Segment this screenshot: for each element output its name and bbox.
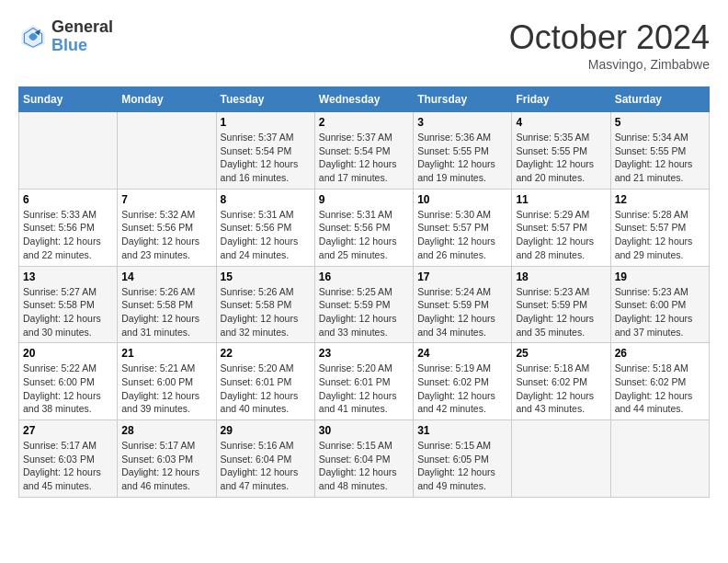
day-number: 16	[319, 270, 409, 283]
day-info: Sunrise: 5:18 AMSunset: 6:02 PMDaylight:…	[615, 362, 705, 416]
day-number: 8	[221, 193, 311, 206]
day-number: 9	[319, 193, 409, 206]
calendar-cell: 8Sunrise: 5:31 AMSunset: 5:56 PMDaylight…	[216, 189, 314, 266]
day-number: 14	[121, 270, 211, 283]
calendar-cell: 14Sunrise: 5:26 AMSunset: 5:58 PMDayligh…	[118, 266, 216, 343]
logo-line1: General	[51, 18, 113, 37]
title-block: October 2024 Masvingo, Zimbabwe	[509, 18, 710, 72]
day-info: Sunrise: 5:20 AMSunset: 6:01 PMDaylight:…	[319, 362, 409, 416]
header-day-wednesday: Wednesday	[314, 87, 413, 112]
calendar-cell	[19, 112, 118, 190]
calendar-cell: 10Sunrise: 5:30 AMSunset: 5:57 PMDayligh…	[414, 189, 512, 266]
calendar-cell: 27Sunrise: 5:17 AMSunset: 6:03 PMDayligh…	[19, 420, 118, 498]
calendar-cell: 18Sunrise: 5:23 AMSunset: 5:59 PMDayligh…	[512, 266, 610, 343]
calendar-cell: 5Sunrise: 5:34 AMSunset: 5:55 PMDaylight…	[610, 112, 709, 190]
calendar-cell: 25Sunrise: 5:18 AMSunset: 6:02 PMDayligh…	[512, 343, 610, 420]
day-number: 26	[615, 347, 705, 360]
calendar-cell	[610, 420, 709, 498]
day-number: 11	[516, 193, 606, 206]
day-info: Sunrise: 5:15 AMSunset: 6:05 PMDaylight:…	[417, 439, 507, 493]
calendar-cell: 6Sunrise: 5:33 AMSunset: 5:56 PMDaylight…	[19, 189, 118, 266]
day-info: Sunrise: 5:37 AMSunset: 5:54 PMDaylight:…	[319, 131, 409, 185]
day-info: Sunrise: 5:17 AMSunset: 6:03 PMDaylight:…	[121, 439, 211, 493]
header-day-thursday: Thursday	[414, 87, 512, 112]
calendar-cell: 9Sunrise: 5:31 AMSunset: 5:56 PMDaylight…	[314, 189, 413, 266]
day-info: Sunrise: 5:27 AMSunset: 5:58 PMDaylight:…	[23, 285, 113, 339]
day-info: Sunrise: 5:35 AMSunset: 5:55 PMDaylight:…	[516, 131, 606, 185]
calendar-cell: 17Sunrise: 5:24 AMSunset: 5:59 PMDayligh…	[414, 266, 512, 343]
calendar-cell: 16Sunrise: 5:25 AMSunset: 5:59 PMDayligh…	[314, 266, 413, 343]
day-number: 18	[516, 270, 606, 283]
day-number: 1	[221, 116, 311, 129]
calendar-cell	[118, 112, 216, 190]
calendar-cell: 22Sunrise: 5:20 AMSunset: 6:01 PMDayligh…	[216, 343, 314, 420]
day-number: 4	[516, 116, 606, 129]
logo-text: General Blue	[51, 18, 113, 55]
calendar-cell: 28Sunrise: 5:17 AMSunset: 6:03 PMDayligh…	[118, 420, 216, 498]
calendar-cell: 31Sunrise: 5:15 AMSunset: 6:05 PMDayligh…	[414, 420, 512, 498]
month-title: October 2024	[509, 18, 710, 57]
day-info: Sunrise: 5:21 AMSunset: 6:00 PMDaylight:…	[121, 362, 211, 416]
day-number: 13	[23, 270, 113, 283]
day-info: Sunrise: 5:18 AMSunset: 6:02 PMDaylight:…	[516, 362, 606, 416]
day-info: Sunrise: 5:15 AMSunset: 6:04 PMDaylight:…	[319, 439, 409, 493]
day-number: 28	[121, 424, 211, 437]
day-info: Sunrise: 5:23 AMSunset: 6:00 PMDaylight:…	[615, 285, 705, 339]
day-number: 25	[516, 347, 606, 360]
day-number: 17	[417, 270, 507, 283]
day-info: Sunrise: 5:23 AMSunset: 5:59 PMDaylight:…	[516, 285, 606, 339]
header-day-saturday: Saturday	[610, 87, 709, 112]
calendar-cell: 4Sunrise: 5:35 AMSunset: 5:55 PMDaylight…	[512, 112, 610, 190]
day-info: Sunrise: 5:25 AMSunset: 5:59 PMDaylight:…	[319, 285, 409, 339]
header-row: SundayMondayTuesdayWednesdayThursdayFrid…	[19, 87, 710, 112]
calendar-cell: 11Sunrise: 5:29 AMSunset: 5:57 PMDayligh…	[512, 189, 610, 266]
day-info: Sunrise: 5:20 AMSunset: 6:01 PMDaylight:…	[221, 362, 311, 416]
calendar-cell: 26Sunrise: 5:18 AMSunset: 6:02 PMDayligh…	[610, 343, 709, 420]
logo-icon	[18, 22, 48, 52]
day-info: Sunrise: 5:36 AMSunset: 5:55 PMDaylight:…	[417, 131, 507, 185]
calendar-cell: 23Sunrise: 5:20 AMSunset: 6:01 PMDayligh…	[314, 343, 413, 420]
calendar-header: SundayMondayTuesdayWednesdayThursdayFrid…	[19, 87, 710, 112]
page-header: General Blue October 2024 Masvingo, Zimb…	[18, 18, 710, 72]
week-row-3: 13Sunrise: 5:27 AMSunset: 5:58 PMDayligh…	[19, 266, 710, 343]
header-day-tuesday: Tuesday	[216, 87, 314, 112]
day-number: 22	[221, 347, 311, 360]
calendar-table: SundayMondayTuesdayWednesdayThursdayFrid…	[18, 86, 710, 498]
day-info: Sunrise: 5:26 AMSunset: 5:58 PMDaylight:…	[221, 285, 311, 339]
day-number: 12	[615, 193, 705, 206]
day-info: Sunrise: 5:17 AMSunset: 6:03 PMDaylight:…	[23, 439, 113, 493]
day-number: 29	[221, 424, 311, 437]
logo-line2: Blue	[51, 37, 113, 55]
calendar-cell	[512, 420, 610, 498]
calendar-body: 1Sunrise: 5:37 AMSunset: 5:54 PMDaylight…	[19, 112, 710, 498]
header-day-monday: Monday	[118, 87, 216, 112]
calendar-cell: 24Sunrise: 5:19 AMSunset: 6:02 PMDayligh…	[414, 343, 512, 420]
day-number: 24	[417, 347, 507, 360]
calendar-cell: 3Sunrise: 5:36 AMSunset: 5:55 PMDaylight…	[414, 112, 512, 190]
day-info: Sunrise: 5:29 AMSunset: 5:57 PMDaylight:…	[516, 208, 606, 262]
calendar-cell: 20Sunrise: 5:22 AMSunset: 6:00 PMDayligh…	[19, 343, 118, 420]
day-info: Sunrise: 5:31 AMSunset: 5:56 PMDaylight:…	[221, 208, 311, 262]
day-number: 6	[23, 193, 113, 206]
calendar-cell: 2Sunrise: 5:37 AMSunset: 5:54 PMDaylight…	[314, 112, 413, 190]
header-day-friday: Friday	[512, 87, 610, 112]
day-info: Sunrise: 5:16 AMSunset: 6:04 PMDaylight:…	[221, 439, 311, 493]
day-info: Sunrise: 5:28 AMSunset: 5:57 PMDaylight:…	[615, 208, 705, 262]
day-info: Sunrise: 5:33 AMSunset: 5:56 PMDaylight:…	[23, 208, 113, 262]
day-info: Sunrise: 5:32 AMSunset: 5:56 PMDaylight:…	[121, 208, 211, 262]
logo: General Blue	[18, 18, 113, 55]
day-number: 20	[23, 347, 113, 360]
day-number: 10	[417, 193, 507, 206]
day-info: Sunrise: 5:26 AMSunset: 5:58 PMDaylight:…	[121, 285, 211, 339]
day-number: 7	[121, 193, 211, 206]
calendar-cell: 1Sunrise: 5:37 AMSunset: 5:54 PMDaylight…	[216, 112, 314, 190]
day-number: 2	[319, 116, 409, 129]
calendar-cell: 13Sunrise: 5:27 AMSunset: 5:58 PMDayligh…	[19, 266, 118, 343]
day-number: 5	[615, 116, 705, 129]
day-number: 27	[23, 424, 113, 437]
day-info: Sunrise: 5:24 AMSunset: 5:59 PMDaylight:…	[417, 285, 507, 339]
week-row-1: 1Sunrise: 5:37 AMSunset: 5:54 PMDaylight…	[19, 112, 710, 190]
day-number: 23	[319, 347, 409, 360]
day-number: 30	[319, 424, 409, 437]
calendar-cell: 7Sunrise: 5:32 AMSunset: 5:56 PMDaylight…	[118, 189, 216, 266]
